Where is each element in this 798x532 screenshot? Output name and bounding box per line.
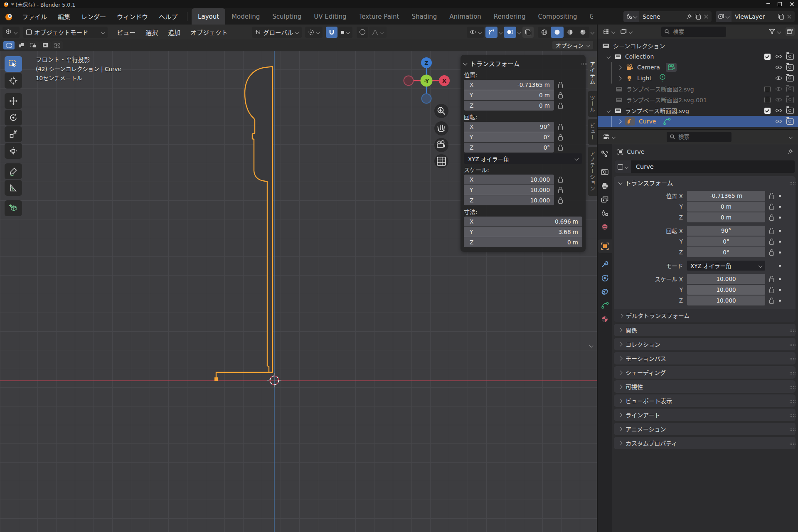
hide-viewport-icon[interactable] <box>775 96 782 103</box>
overlays-toggle[interactable] <box>504 27 516 38</box>
outliner-row-collection[interactable]: Collection <box>597 51 798 62</box>
animate-dot-icon[interactable] <box>779 300 781 302</box>
lock-icon[interactable] <box>769 206 774 210</box>
row-label[interactable]: Collection <box>625 53 654 60</box>
workspace-tab-animation[interactable]: Animation <box>443 8 487 25</box>
dim-x-field[interactable]: X0.696 m <box>464 217 582 227</box>
unlink-scene-icon[interactable] <box>703 14 709 20</box>
animate-dot-icon[interactable] <box>779 241 781 243</box>
panel-line-art[interactable]: ラインアート <box>614 409 796 421</box>
curve-profile-base[interactable] <box>216 372 273 379</box>
disable-render-icon[interactable] <box>786 75 794 81</box>
show-hide-dropdown[interactable] <box>467 27 484 38</box>
panel-animation[interactable]: アニメーション <box>614 423 796 435</box>
tab-world[interactable] <box>597 220 612 234</box>
properties-editor-type-dropdown[interactable] <box>601 132 618 142</box>
prop-location-z[interactable]: 0 m <box>687 212 765 222</box>
animate-dot-icon[interactable] <box>779 230 781 232</box>
curve-object[interactable] <box>214 66 273 381</box>
outliner-search[interactable] <box>661 27 726 37</box>
scale-y-field[interactable]: Y10.000 <box>464 185 554 195</box>
close-icon[interactable] <box>786 0 798 8</box>
expand-icon[interactable] <box>618 119 622 123</box>
tab-physics[interactable] <box>597 271 612 285</box>
transform-panel-header[interactable]: トランスフォーム <box>614 176 796 189</box>
tab-object-data[interactable] <box>597 298 612 312</box>
workspace-tab-rendering[interactable]: Rendering <box>488 8 532 25</box>
row-label[interactable]: ランプベース断面図2.svg.001 <box>626 96 707 104</box>
hide-viewport-icon[interactable] <box>775 107 782 114</box>
lock-icon[interactable] <box>558 94 563 99</box>
prop-rotation-x[interactable]: 90° <box>687 226 765 236</box>
prop-location-x[interactable]: -0.71365 m <box>687 191 765 201</box>
animate-dot-icon[interactable] <box>779 195 781 197</box>
scale-z-field[interactable]: Z10.000 <box>464 195 554 205</box>
menu-add[interactable]: 追加 <box>163 28 185 37</box>
shading-solid-button[interactable] <box>551 27 564 38</box>
object-name-value[interactable]: Curve <box>631 163 654 170</box>
workspace-tab-modeling[interactable]: Modeling <box>225 8 266 25</box>
properties-options-icon[interactable] <box>789 135 793 139</box>
workspace-tab-uv-editing[interactable]: UV Editing <box>308 8 352 25</box>
menu-render[interactable]: レンダー <box>76 12 111 21</box>
tool-rotate[interactable] <box>5 110 22 126</box>
select-mode-new-button[interactable] <box>3 41 15 49</box>
lock-icon[interactable] <box>769 195 774 199</box>
viewlayer-name[interactable]: ViewLayer <box>732 13 775 20</box>
lock-icon[interactable] <box>558 126 563 130</box>
prop-scale-z[interactable]: 10.000 <box>687 296 765 305</box>
expand-icon[interactable] <box>607 108 611 113</box>
panel-collections[interactable]: コレクション <box>614 338 796 350</box>
row-label[interactable]: ランプベース断面図.svg <box>625 106 689 115</box>
sidebar-tab-item[interactable]: アイテム <box>588 57 597 89</box>
workspace-tab-compositing[interactable]: Compositing <box>532 8 583 25</box>
region-divider-horizontal[interactable] <box>597 129 798 130</box>
lock-icon[interactable] <box>769 289 774 293</box>
collection-checkbox[interactable] <box>764 108 771 114</box>
row-label[interactable]: Camera <box>637 64 660 71</box>
scene-selector[interactable]: Scene <box>623 11 712 22</box>
object-name-field[interactable]: Curve <box>615 160 795 173</box>
lock-icon[interactable] <box>769 217 774 221</box>
outliner-filter-type-dropdown[interactable] <box>618 27 635 37</box>
object-browse-button[interactable] <box>615 160 631 173</box>
tab-view-layer[interactable] <box>597 192 612 206</box>
workspace-tab-shading[interactable]: Shading <box>405 8 443 25</box>
3d-viewport[interactable]: Z X -Y <box>0 51 597 532</box>
sidebar-tab-tool[interactable]: ツール <box>588 91 597 117</box>
lock-icon[interactable] <box>558 147 563 151</box>
pin-icon[interactable] <box>686 14 692 20</box>
tab-object[interactable] <box>597 239 612 253</box>
tool-move[interactable] <box>5 93 22 109</box>
viewlayer-selector[interactable]: ViewLayer <box>716 11 795 22</box>
disable-render-icon[interactable] <box>786 118 794 125</box>
hide-viewport-icon[interactable] <box>775 53 782 60</box>
select-mode-intersect-button[interactable] <box>52 41 63 49</box>
select-mode-invert-button[interactable] <box>39 41 51 49</box>
tab-tool[interactable] <box>597 147 612 161</box>
menu-edit[interactable]: 編集 <box>52 12 76 21</box>
scene-browse-button[interactable] <box>623 11 639 22</box>
menu-view[interactable]: ビュー <box>112 28 140 37</box>
gizmos-toggle[interactable] <box>485 27 498 38</box>
xray-toggle[interactable] <box>522 27 534 38</box>
lock-icon[interactable] <box>558 84 563 88</box>
dim-z-field[interactable]: Z0 m <box>464 237 582 247</box>
filter-dropdown-icon[interactable] <box>777 30 781 34</box>
overlays-dropdown-icon[interactable] <box>517 30 522 34</box>
tool-transform[interactable] <box>5 143 22 159</box>
tool-cursor[interactable] <box>5 73 22 89</box>
lock-icon[interactable] <box>558 189 563 193</box>
prop-scale-y[interactable]: 10.000 <box>687 285 765 295</box>
expand-icon[interactable] <box>618 65 622 69</box>
hide-viewport-icon[interactable] <box>775 118 782 125</box>
region-divider-vertical[interactable] <box>597 25 598 532</box>
shading-dropdown-icon[interactable] <box>591 30 595 34</box>
outliner-row-curve[interactable]: Curve <box>597 116 798 127</box>
lock-icon[interactable] <box>558 179 563 183</box>
tool-scale[interactable] <box>5 126 22 142</box>
zoom-button[interactable] <box>434 104 448 118</box>
hide-viewport-icon[interactable] <box>775 86 782 92</box>
new-scene-icon[interactable] <box>695 14 700 19</box>
tool-annotate[interactable] <box>5 163 22 179</box>
